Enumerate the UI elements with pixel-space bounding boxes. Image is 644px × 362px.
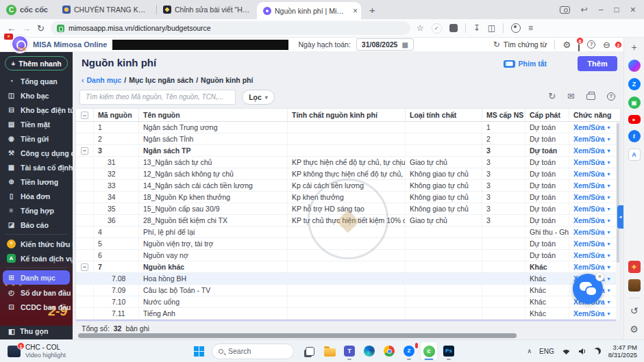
browser-tab-3[interactable]: Nguồn kinh phí | Mimosa O× xyxy=(257,2,361,19)
browser-tab-1[interactable]: CHUYÊN TRANG KẾ TOÁN HCSN xyxy=(56,0,156,19)
filter-button[interactable]: Lọc ▾ xyxy=(242,90,275,105)
translate-icon[interactable]: A xyxy=(628,148,641,161)
row-action-view-edit[interactable]: Xem/Sửa▾ xyxy=(569,145,620,156)
url-field[interactable]: mimosaapp.misa.vn/dictionary/budgetsourc… xyxy=(51,21,410,35)
adblock-shield-icon[interactable]: ✓ xyxy=(432,23,442,34)
table-row[interactable]: 2Ngân sách Tỉnh2Dự toánXem/Sửa▾ xyxy=(76,133,620,145)
row-select-cell[interactable]: − xyxy=(76,261,94,272)
taskbar-search[interactable]: Search xyxy=(212,344,294,359)
table-row[interactable]: −3Ngân sách TP3Dự toánXem/Sửa▾ xyxy=(76,145,620,157)
table-row[interactable]: 7.11Tiếng AnhKhácXem/Sửa▾ xyxy=(76,308,620,320)
add-icon[interactable]: + xyxy=(628,41,641,53)
clock[interactable]: 3:47 PM 8/31/2025 xyxy=(608,344,637,359)
table-row[interactable]: 7.08Hoa hồng BHKhácXem/Sửa▾ xyxy=(76,273,620,285)
sidebar-item-e-treasury[interactable]: ⊟Kho bạc điện tử xyxy=(0,103,73,117)
taskbar-widget[interactable]: 1 CHC - COL Video highlight xyxy=(0,344,73,359)
row-action-view-edit[interactable]: Xem/Sửa▾ xyxy=(569,133,620,144)
settings-icon[interactable]: ⚙ xyxy=(628,323,641,335)
chat-close-icon[interactable]: × xyxy=(595,272,604,281)
row-action-view-edit[interactable]: Xem/Sửa▾ xyxy=(569,261,620,272)
refresh-icon[interactable]: ↻ xyxy=(548,91,556,101)
table-row-partial-selected[interactable] xyxy=(76,320,620,321)
sidebar-item-deposit[interactable]: ◉Tiền gửi xyxy=(0,131,73,146)
table-row[interactable]: 3628_Nguồn tiết kiệm chi TXKP tự chủ thự… xyxy=(76,215,620,227)
row-action-view-edit[interactable]: Xem/Sửa▾ xyxy=(569,203,620,214)
split-view-icon[interactable]: ◫ xyxy=(488,23,495,33)
sidebar-item-dictionary[interactable]: ⊞Danh mục xyxy=(3,270,70,285)
minus-circle-icon[interactable]: ⊖ xyxy=(603,40,610,49)
sidebar-collapse-button[interactable]: ◧ Thu gọn xyxy=(0,324,73,338)
sidebar-item-opening-balance[interactable]: ◴Số dư ban đầu xyxy=(0,285,73,300)
forward-icon[interactable]: → xyxy=(22,23,31,34)
history-icon[interactable]: ↺ xyxy=(628,305,641,317)
select-all-cell[interactable] xyxy=(76,109,94,121)
table-row[interactable]: 5Nguồn viện trợ, tài trợDự toánXem/Sửa▾ xyxy=(76,238,620,250)
table-row[interactable]: 1Ngân sách Trung ương1Dự toánXem/Sửa▾ xyxy=(76,122,620,133)
sidebar-item-overview[interactable]: ◔Tổng quan xyxy=(0,74,73,88)
taskbar-app-teams[interactable]: T xyxy=(341,342,358,360)
row-action-view-edit[interactable]: Xem/Sửa▾ xyxy=(569,122,620,133)
row-action-view-edit[interactable]: Xem/Sửa▾ xyxy=(569,168,620,179)
extension-icon[interactable] xyxy=(449,24,458,32)
table-help-icon[interactable]: ? xyxy=(607,92,615,101)
youtube-icon[interactable]: ▸ xyxy=(628,115,641,124)
row-action-view-edit[interactable]: Xem/Sửa▾ xyxy=(569,157,620,168)
messenger-icon[interactable] xyxy=(628,60,641,72)
tab-close-icon[interactable]: × xyxy=(351,6,358,16)
table-row[interactable]: 4Phí, lệ phí để lạiGhi thu - Ghi chiXem/… xyxy=(76,227,620,238)
calendar-icon[interactable]: ▦ xyxy=(401,41,408,49)
taskbar-app-zalo[interactable]: Z xyxy=(401,342,417,360)
sidebar-item-treasury[interactable]: ◫Kho bạc xyxy=(0,88,73,103)
taskbar-app-file-explorer[interactable] xyxy=(321,342,338,360)
export-mail-icon[interactable]: ✉ xyxy=(567,91,575,101)
close-button[interactable]: × xyxy=(630,5,636,14)
download-icon[interactable]: ↧ xyxy=(473,23,480,33)
select-all-checkbox[interactable] xyxy=(81,112,88,119)
back-icon[interactable]: ← xyxy=(7,23,16,34)
row-action-view-edit[interactable]: Xem/Sửa▾ xyxy=(569,250,620,261)
facebook-icon[interactable]: f xyxy=(628,130,641,142)
sidebar-item-invoice[interactable]: ▯Hóa đơn xyxy=(0,189,73,203)
start-button[interactable] xyxy=(194,346,204,357)
browser-tab-2[interactable]: Chỉnh sửa bài viết "Hướng dẫn đ xyxy=(157,0,257,19)
horizontal-scrollbar[interactable] xyxy=(78,333,517,338)
table-row[interactable]: 3113_Ngân sách tự chủKP thực hiện chế độ… xyxy=(76,157,620,168)
table-row[interactable]: 3515_Nguồn cấp sau 30/9KP hỗ trợ HD sáng… xyxy=(76,203,620,215)
col-ma-nguon[interactable]: Mã nguồn xyxy=(94,109,139,121)
col-ms-cap-ns[interactable]: MS cấp NS xyxy=(482,109,525,121)
row-action-view-edit[interactable]: Xem/Sửa▾ xyxy=(569,227,620,237)
table-row[interactable]: 6Nguồn vay nợDự toánXem/Sửa▾ xyxy=(76,250,620,261)
add-button[interactable]: Thêm xyxy=(578,56,617,71)
taskbar-app-task-view[interactable] xyxy=(301,342,318,360)
table-row[interactable]: 7.10Nước uốngKhácXem/Sửa▾ xyxy=(76,296,620,308)
quick-add-button[interactable]: + Thêm nhanh xyxy=(5,56,68,70)
browser-menu-icon[interactable]: ≡ xyxy=(528,23,533,33)
notification-bell[interactable]: 6 xyxy=(578,40,580,49)
sidebar-item-accounting-service[interactable]: AKế toán dịch vụ xyxy=(0,251,73,266)
sidebar-item-knowledge[interactable]: *Kiến thức hữu ích xyxy=(0,237,73,251)
col-loai-tinh-chat[interactable]: Loại tính chất xyxy=(406,109,482,121)
shortcut-button[interactable]: ⌨ Phím tắt xyxy=(504,60,547,68)
help-icon[interactable]: ? xyxy=(587,40,595,49)
settings-gear-icon[interactable]: ⚙ xyxy=(562,40,571,49)
print-icon[interactable] xyxy=(586,94,595,100)
table-row[interactable]: −7Nguồn khácKhácXem/Sửa▾ xyxy=(76,261,620,273)
volume-icon[interactable] xyxy=(578,348,586,355)
tray-chevron-icon[interactable]: ∧ xyxy=(527,348,532,354)
reload-icon[interactable]: ↻ xyxy=(37,23,45,34)
game-brown-icon[interactable] xyxy=(628,279,641,292)
minimize-button[interactable]: – xyxy=(599,5,604,14)
sidebar-item-synthesis[interactable]: ≡Tổng hợp xyxy=(0,203,73,218)
profile-icon[interactable] xyxy=(511,23,521,33)
table-row[interactable]: 7.09Câu lạc bộ Toán - TVKhácXem/Sửa▾ xyxy=(76,285,620,296)
posting-date-field[interactable]: 31/08/2025 ▦ xyxy=(356,38,414,51)
sidebar-collapse-handle[interactable]: ◂ xyxy=(617,205,623,229)
row-select-cell[interactable]: − xyxy=(76,145,94,156)
send-tab-icon[interactable]: ↩ xyxy=(581,5,588,14)
secure-lock-icon[interactable] xyxy=(57,25,64,32)
game-center-icon[interactable]: ▣ xyxy=(628,96,641,109)
taskbar-app-edge[interactable] xyxy=(361,342,377,360)
col-tinh-chat[interactable]: Tính chất nguồn kinh phí xyxy=(288,109,406,121)
collapse-toggle-icon[interactable]: − xyxy=(81,147,88,155)
row-action-view-edit[interactable]: Xem/Sửa▾ xyxy=(569,215,620,226)
